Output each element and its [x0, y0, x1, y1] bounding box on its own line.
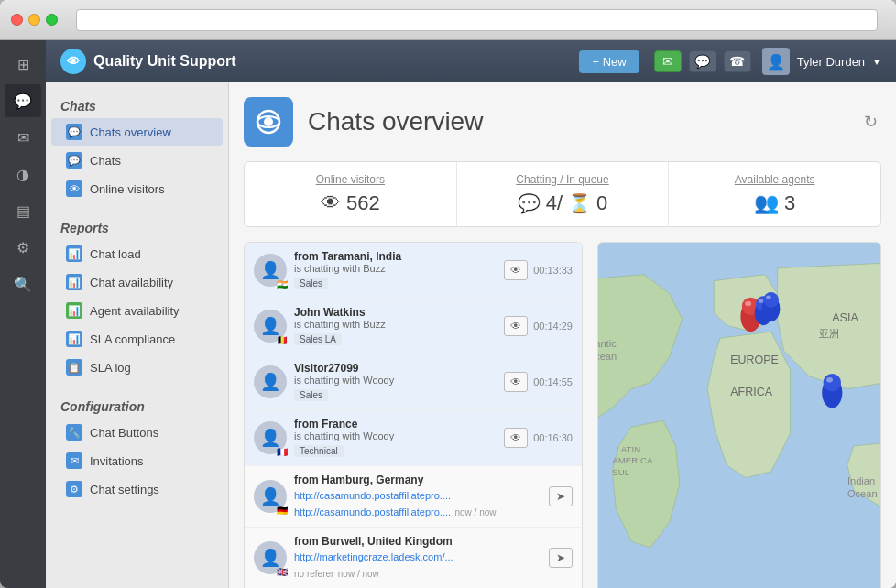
- chat-actions: ➤: [549, 548, 573, 568]
- visitor-url[interactable]: http://casamundo.postaffiliatepro....: [294, 490, 451, 501]
- visitor-info: from Burwell, United Kingdom http://mark…: [294, 535, 541, 581]
- config-section-title: Configuration: [46, 392, 228, 418]
- online-visitors-label[interactable]: Online visitors: [259, 173, 442, 186]
- chat-name: Visitor27099: [294, 362, 497, 375]
- chat-info: John Watkins is chatting with Buzz Sales…: [294, 306, 497, 346]
- chat-name: from France: [294, 418, 497, 430]
- sidebar-item-label: SLA log: [90, 361, 131, 375]
- map-container: ASIA 亚洲 AFRICA Atlantic Ocean EUROPE Ind…: [598, 243, 880, 588]
- flag-france: 🇫🇷: [276, 447, 289, 456]
- svg-text:EUROPE: EUROPE: [730, 354, 779, 366]
- visitor-info: from Hamburg, Germany http://casamundo.p…: [294, 474, 541, 519]
- sidebar-item-label: Invitations: [90, 454, 144, 468]
- sidebar-icon-grid[interactable]: ⊞: [5, 48, 41, 81]
- avatar: 👤 🇬🇧: [254, 541, 287, 574]
- sidebar-item-chat-buttons[interactable]: 🔧 Chat Buttons: [51, 419, 223, 446]
- stat-available-agents: Available agents 👥 3: [669, 162, 880, 226]
- visitor-item: 👤 🇬🇧 from Burwell, United Kingdom http:/…: [245, 528, 582, 588]
- chatting-queue-value: 💬 4/ ⏳ 0: [472, 191, 654, 215]
- page-header: Chats overview ↻: [244, 97, 881, 147]
- flag-germany: 🇩🇪: [276, 506, 289, 515]
- sidebar-item-online-visitors[interactable]: 👁 Online visitors: [51, 175, 223, 202]
- sidebar-item-sla-compliance[interactable]: 📊 SLA compliance: [51, 325, 223, 353]
- stat-online-visitors: Online visitors 👁 562: [245, 162, 457, 226]
- chat-icon-btn[interactable]: 💬: [689, 50, 716, 72]
- svg-text:Ocean: Ocean: [847, 488, 878, 499]
- invite-button[interactable]: ➤: [549, 486, 573, 506]
- email-icon-btn[interactable]: ✉: [654, 50, 682, 72]
- maximize-button[interactable]: [46, 14, 58, 26]
- sidebar-icon-reports[interactable]: ◑: [5, 158, 41, 191]
- sidebar-icon-email[interactable]: ✉: [5, 121, 41, 154]
- chat-list-panel: 👤 🇮🇳 from Taramani, India is chatting wi…: [244, 242, 583, 588]
- sidebar-item-chats[interactable]: 💬 Chats: [51, 147, 223, 174]
- visitor-time: now / now: [454, 507, 496, 517]
- sidebar-item-chats-overview[interactable]: 💬 Chats overview: [51, 118, 223, 146]
- sidebar-item-label: Online visitors: [90, 182, 165, 196]
- stat-chatting-queue: Chatting / In queue 💬 4/ ⏳ 0: [457, 162, 670, 226]
- refresh-button[interactable]: ↻: [860, 108, 881, 136]
- flag-india: 🇮🇳: [276, 279, 289, 289]
- svg-text:亚洲: 亚洲: [819, 328, 839, 339]
- hourglass-icon: ⏳: [568, 192, 591, 214]
- visitor-time: now / now: [338, 569, 379, 579]
- minimize-button[interactable]: [28, 14, 40, 26]
- user-menu[interactable]: 👤 Tyler Durden ▼: [762, 48, 881, 75]
- nav-sidebar: Chats 💬 Chats overview 💬 Chats 👁 Online …: [46, 82, 229, 588]
- view-chat-button[interactable]: 👁: [504, 260, 528, 280]
- close-button[interactable]: [11, 14, 23, 26]
- main-area: Chats 💬 Chats overview 💬 Chats 👁 Online …: [46, 82, 896, 588]
- chat-buttons-icon: 🔧: [66, 424, 82, 441]
- url-bar[interactable]: [76, 9, 878, 31]
- content-area: Chats overview ↻ Online visitors 👁 562: [229, 82, 896, 588]
- sidebar-item-label: Agent availability: [90, 304, 180, 318]
- sidebar-icon-chat[interactable]: 💬: [5, 84, 41, 117]
- svg-point-23: [824, 374, 841, 391]
- visitor-referer: no referer: [294, 569, 333, 579]
- svg-text:AUSTI...: AUSTI...: [880, 447, 880, 458]
- visitor-url[interactable]: http://marketingcraze.ladesk.com/...: [294, 551, 453, 562]
- available-agents-label: Available agents: [683, 173, 866, 186]
- sidebar-item-sla-log[interactable]: 📋 SLA log: [51, 354, 223, 381]
- sidebar-item-chat-availability[interactable]: 📊 Chat availability: [51, 268, 223, 296]
- sidebar-icon-settings[interactable]: ⚙: [5, 231, 41, 264]
- svg-text:Ocean: Ocean: [598, 351, 617, 362]
- new-button[interactable]: + New: [579, 50, 639, 73]
- sidebar-icon-barchart[interactable]: ▤: [5, 194, 41, 227]
- sidebar-item-label: Chat Buttons: [90, 426, 158, 440]
- sla-log-icon: 📋: [66, 359, 82, 376]
- chatting-queue-label[interactable]: Chatting / In queue: [472, 173, 654, 186]
- invite-button[interactable]: ➤: [549, 548, 573, 568]
- icon-sidebar: ⊞ 💬 ✉ ◑ ▤ ⚙ 🔍: [0, 40, 46, 588]
- chat-load-icon: 📊: [66, 245, 82, 262]
- view-chat-button[interactable]: 👁: [504, 372, 528, 392]
- invitations-icon: ✉: [66, 452, 82, 469]
- sidebar-item-chat-settings[interactable]: ⚙ Chat settings: [51, 475, 223, 503]
- sidebar-item-invitations[interactable]: ✉ Invitations: [51, 447, 223, 474]
- chat-sub: is chatting with Woody: [294, 430, 497, 441]
- svg-text:ASIA: ASIA: [832, 311, 858, 324]
- svg-point-24: [826, 377, 833, 383]
- phone-icon-btn[interactable]: ☎: [724, 50, 751, 72]
- sidebar-item-chat-load[interactable]: 📊 Chat load: [51, 240, 223, 267]
- view-chat-button[interactable]: 👁: [504, 316, 528, 336]
- chat-info: from Taramani, India is chatting with Bu…: [294, 250, 497, 290]
- avatar: 👤 🇩🇪: [254, 480, 287, 513]
- user-name: Tyler Durden: [797, 55, 865, 69]
- svg-point-27: [766, 296, 771, 299]
- visitor-location: from Hamburg, Germany: [294, 474, 541, 486]
- app-title: Quality Unit Support: [93, 53, 236, 70]
- view-chat-button[interactable]: 👁: [504, 428, 528, 448]
- sidebar-item-label: Chat availability: [90, 276, 173, 289]
- chevron-down-icon: ▼: [872, 57, 881, 67]
- available-agents-value: 👥 3: [683, 191, 866, 215]
- sidebar-item-agent-availability[interactable]: 📊 Agent availability: [51, 297, 223, 324]
- svg-text:AMERICA: AMERICA: [612, 455, 653, 465]
- sidebar-item-label: Chats overview: [90, 125, 171, 139]
- visitor-referer[interactable]: http://casamundo.postaffiliatepro....: [294, 506, 451, 517]
- visitor-item: 👤 🇩🇪 from Hamburg, Germany http://casamu…: [245, 466, 582, 528]
- sidebar-icon-search[interactable]: 🔍: [5, 267, 41, 300]
- svg-point-21: [759, 299, 764, 303]
- flag-belgium: 🇧🇪: [276, 335, 289, 344]
- svg-text:Atlantic: Atlantic: [598, 338, 617, 349]
